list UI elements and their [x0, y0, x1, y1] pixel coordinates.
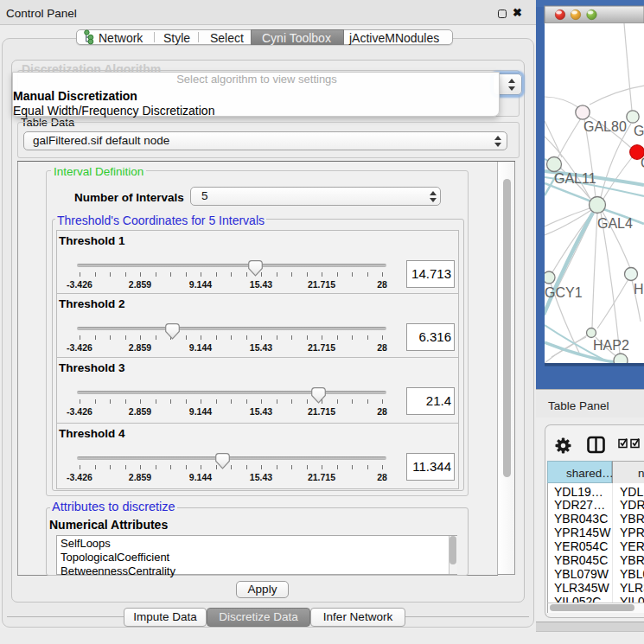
svg-text:H: H: [634, 282, 644, 296]
svg-text:C: C: [641, 156, 644, 170]
svg-text:GAL4: GAL4: [597, 216, 633, 231]
svg-text:HAP2: HAP2: [593, 338, 629, 353]
svg-text:GA: GA: [634, 124, 644, 138]
svg-text:GCY1: GCY1: [545, 285, 583, 300]
svg-text:GAL80: GAL80: [583, 119, 627, 134]
svg-text:GAL11: GAL11: [554, 171, 596, 186]
